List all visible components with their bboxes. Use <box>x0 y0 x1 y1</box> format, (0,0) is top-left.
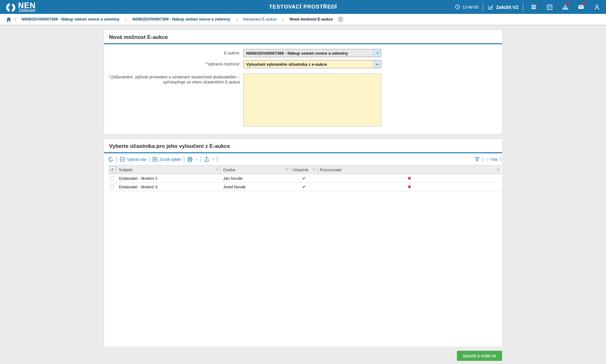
chevron-right-icon <box>124 17 128 21</box>
chevron-right-icon <box>376 51 379 55</box>
edit-icon <box>488 4 494 10</box>
filter-all-label: Vše <box>491 157 498 162</box>
check-icon: ✔ <box>302 176 306 181</box>
nen-logo-icon <box>6 3 16 13</box>
table-header-row: Subjekt▽ Osoba▽ Účastník▽ Pozorovatel▽ <box>108 165 501 174</box>
participants-panel: Vyberte účastníka pro jeho vyloučení z E… <box>104 139 502 347</box>
messages-badge <box>583 2 586 5</box>
breadcrumb-item[interactable]: Nastavení E-aukce <box>240 17 280 21</box>
checkbox-x-icon <box>152 157 158 162</box>
breadcrumb-close-icon[interactable] <box>338 16 343 22</box>
clock-icon <box>455 4 460 10</box>
top-header-bar: NEN Zadavatel TESTOVACÍ PROSTŘEDÍ 13:48:… <box>0 0 606 14</box>
cell-ucastnik: ✔ <box>290 183 318 191</box>
header-separator <box>483 3 483 11</box>
print-dropdown-caret: ▽ <box>196 158 198 161</box>
cross-icon: ✖ <box>408 185 411 189</box>
breadcrumb-item[interactable]: N006/25/V00007369 - Nákup semen ovoce a … <box>129 17 233 21</box>
filter-all-caret: ▽ <box>487 158 489 161</box>
column-header-subjekt[interactable]: Subjekt▽ <box>117 166 221 174</box>
participants-table: Subjekt▽ Osoba▽ Účastník▽ Pozorovatel▽ D… <box>108 165 501 191</box>
calendar-button[interactable] <box>546 3 553 10</box>
server-clock: 13:48:05 <box>455 4 479 10</box>
toolbar-separator <box>217 156 217 162</box>
breadcrumb-items: N006/25/V00007369 - Nákup semen ovoce a … <box>13 17 336 21</box>
option-dropdown-button[interactable] <box>373 60 381 68</box>
cell-subjekt: Dodavatel - školení 3 <box>117 183 221 191</box>
sliders-icon <box>110 167 115 172</box>
table-row[interactable]: Dodavatel - školení 2 Jan Novák ✔ ✖ <box>108 174 501 183</box>
downloads-badge <box>567 2 570 5</box>
select-all-button[interactable]: Vybrat vše <box>117 157 149 162</box>
required-mark: * <box>205 62 207 66</box>
user-icon <box>594 4 600 10</box>
toolbar-separator <box>500 156 501 162</box>
sort-caret-icon[interactable]: ▽ <box>286 168 288 171</box>
funnel-icon <box>474 156 480 162</box>
table-toolbar: Vybrat vše Zrušit výběr ▽ ▽ <box>104 153 502 165</box>
table-row[interactable]: Dodavatel - školení 3 Josef Novák ✔ ✖ <box>108 183 501 191</box>
footer-actions: Spustit a vrátit se <box>104 351 502 361</box>
justification-label: *Zdůvodnění, způsob provedení a oznámení… <box>104 74 243 86</box>
messages-button[interactable] <box>578 3 585 10</box>
refresh-icon <box>108 156 114 162</box>
option-selected-value: Vyloučení vybraného účastníka z e-aukce <box>244 62 373 67</box>
panel-title: Nová možnost E-aukce <box>109 34 497 40</box>
sort-caret-icon[interactable]: ▽ <box>216 168 218 171</box>
filter-button[interactable] <box>471 156 483 162</box>
clear-selection-button[interactable]: Zrušit výběr <box>149 157 184 162</box>
export-button[interactable]: ▽ <box>201 156 217 162</box>
user-profile-button[interactable] <box>593 3 600 10</box>
refresh-button[interactable] <box>108 156 117 162</box>
print-button[interactable]: ▽ <box>184 156 201 162</box>
export-dropdown-caret: ▽ <box>212 158 214 161</box>
required-mark: * <box>109 75 111 79</box>
participants-title: Vyberte účastníka pro jeho vyloučení z E… <box>109 143 497 149</box>
breadcrumb-item-active[interactable]: Nová možnost E-aukce <box>286 17 336 21</box>
cell-pozorovatel: ✖ <box>318 183 501 191</box>
sort-caret-icon[interactable]: ▽ <box>497 168 499 171</box>
column-settings-button[interactable] <box>109 167 116 173</box>
breadcrumb-item[interactable]: N006/25/V00007369 - Nákup semen ovoce a … <box>18 17 123 21</box>
check-icon: ✔ <box>302 185 306 189</box>
column-header-ucastnik[interactable]: Účastník▽ <box>290 166 318 174</box>
eaukce-open-button[interactable] <box>373 49 381 57</box>
calendar-icon <box>546 4 553 10</box>
header-separator <box>523 3 523 11</box>
cross-icon: ✖ <box>408 176 411 181</box>
run-and-return-button[interactable]: Spustit a vrátit se <box>457 351 502 361</box>
hamburger-icon <box>530 3 537 10</box>
select-all-label: Vybrat vše <box>127 157 146 162</box>
brand-subtitle: Zadavatel <box>19 8 36 13</box>
cell-ucastnik: ✔ <box>290 174 318 182</box>
home-icon[interactable] <box>6 16 12 22</box>
chevron-right-icon <box>235 17 239 21</box>
main-menu-button[interactable] <box>530 3 537 10</box>
cell-osoba: Jan Novák <box>221 174 290 182</box>
eaukce-label: E-aukce: <box>104 49 243 57</box>
printer-icon <box>187 156 193 162</box>
export-icon <box>204 156 209 162</box>
option-select[interactable]: Vyloučení vybraného účastníka z e-aukce <box>243 60 381 68</box>
create-vz-button[interactable]: Založit VZ <box>488 4 518 10</box>
column-header-pozorovatel[interactable]: Pozorovatel▽ <box>318 166 501 174</box>
cell-pozorovatel: ✖ <box>318 174 501 182</box>
filter-all-button[interactable]: ▽ Vše <box>483 157 500 162</box>
eaukce-value: N006/25/V00007369 - Nákup semen ovoce a … <box>244 51 373 56</box>
column-header-osoba[interactable]: Osoba▽ <box>221 166 290 174</box>
row-checkbox[interactable] <box>111 185 114 189</box>
sort-caret-icon[interactable]: ▽ <box>313 168 315 171</box>
clear-selection-label: Zrušit výběr <box>160 157 181 162</box>
justification-textarea[interactable] <box>243 74 381 126</box>
row-checkbox[interactable] <box>111 176 114 180</box>
new-option-panel: Nová možnost E-aukce E-aukce: N006/25/V0… <box>104 30 502 134</box>
cell-osoba: Josef Novák <box>221 183 290 191</box>
eaukce-field: N006/25/V00007369 - Nákup semen ovoce a … <box>243 49 381 57</box>
option-label: *Vybraná možnost: <box>104 60 243 68</box>
checkbox-check-icon <box>120 157 125 162</box>
nen-logo[interactable]: NEN Zadavatel <box>6 1 36 13</box>
chevron-right-icon <box>281 17 285 21</box>
downloads-button[interactable] <box>562 3 569 10</box>
clock-time: 13:48:05 <box>463 5 479 9</box>
cell-subjekt: Dodavatel - školení 2 <box>117 174 221 182</box>
